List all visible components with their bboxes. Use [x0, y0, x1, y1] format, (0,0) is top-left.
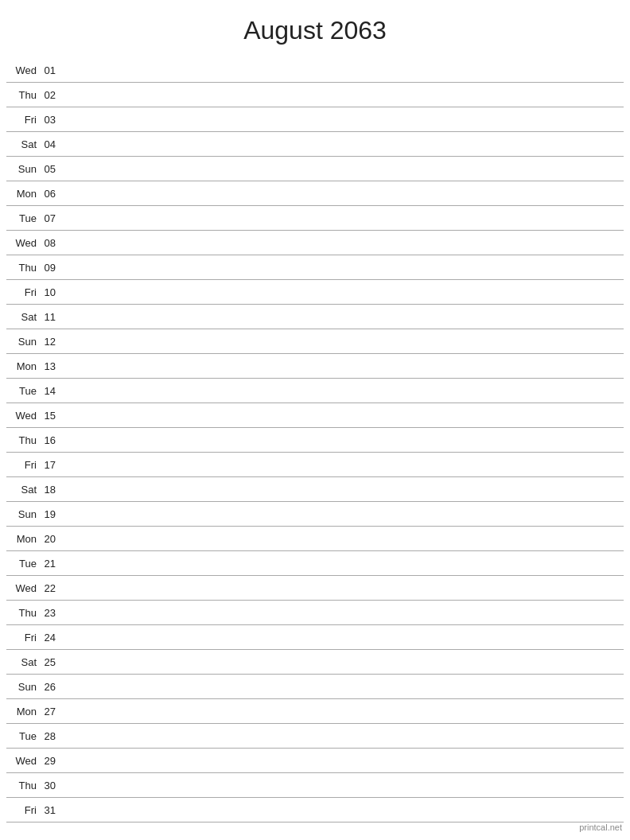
day-line — [62, 736, 624, 737]
day-line — [62, 514, 624, 515]
day-line — [62, 218, 624, 219]
day-line — [62, 489, 624, 490]
day-row: Mon13 — [6, 354, 624, 379]
day-row: Tue14 — [6, 379, 624, 403]
day-line — [62, 292, 624, 293]
day-row: Sat11 — [6, 305, 624, 329]
day-line — [62, 711, 624, 712]
day-name: Mon — [6, 533, 40, 545]
day-number: 25 — [40, 656, 62, 668]
day-name: Thu — [6, 89, 40, 101]
day-number: 02 — [40, 89, 62, 101]
day-number: 17 — [40, 459, 62, 471]
day-row: Thu09 — [6, 255, 624, 280]
day-name: Fri — [6, 114, 40, 126]
day-number: 03 — [40, 114, 62, 126]
calendar-list: Wed01Thu02Fri03Sat04Sun05Mon06Tue07Wed08… — [0, 58, 630, 822]
day-name: Thu — [6, 434, 40, 446]
day-row: Thu02 — [6, 83, 624, 107]
day-line — [62, 588, 624, 589]
day-row: Sun26 — [6, 675, 624, 699]
day-number: 11 — [40, 311, 62, 323]
day-name: Fri — [6, 632, 40, 644]
day-row: Mon06 — [6, 181, 624, 206]
day-number: 13 — [40, 360, 62, 372]
day-row: Sat04 — [6, 132, 624, 157]
day-line — [62, 637, 624, 638]
day-name: Wed — [6, 64, 40, 76]
day-line — [62, 391, 624, 391]
day-number: 28 — [40, 730, 62, 742]
day-row: Wed01 — [6, 58, 624, 83]
day-name: Mon — [6, 188, 40, 200]
day-row: Sun05 — [6, 157, 624, 181]
day-line — [62, 810, 624, 811]
day-line — [62, 169, 624, 169]
day-row: Tue07 — [6, 206, 624, 231]
day-number: 20 — [40, 533, 62, 545]
day-number: 08 — [40, 237, 62, 249]
day-line — [62, 119, 624, 120]
day-number: 01 — [40, 64, 62, 76]
day-row: Tue21 — [6, 551, 624, 576]
day-name: Wed — [6, 237, 40, 249]
day-line — [62, 563, 624, 564]
day-row: Sat25 — [6, 650, 624, 675]
day-name: Tue — [6, 385, 40, 397]
day-name: Fri — [6, 804, 40, 816]
day-row: Fri03 — [6, 107, 624, 132]
day-number: 19 — [40, 508, 62, 520]
day-row: Wed15 — [6, 403, 624, 428]
day-name: Sun — [6, 508, 40, 520]
day-number: 05 — [40, 163, 62, 175]
day-name: Mon — [6, 706, 40, 718]
day-name: Sat — [6, 656, 40, 668]
day-number: 24 — [40, 632, 62, 644]
day-number: 27 — [40, 706, 62, 718]
day-row: Fri10 — [6, 280, 624, 305]
day-name: Sat — [6, 138, 40, 150]
day-name: Wed — [6, 582, 40, 594]
day-number: 12 — [40, 336, 62, 348]
day-line — [62, 144, 624, 145]
day-name: Fri — [6, 459, 40, 471]
day-name: Thu — [6, 262, 40, 274]
day-name: Tue — [6, 212, 40, 224]
day-line — [62, 95, 624, 95]
day-line — [62, 341, 624, 342]
day-row: Thu16 — [6, 428, 624, 453]
day-number: 23 — [40, 607, 62, 619]
day-line — [62, 70, 624, 71]
day-row: Fri24 — [6, 625, 624, 650]
day-line — [62, 662, 624, 663]
day-line — [62, 243, 624, 243]
day-row: Thu23 — [6, 601, 624, 625]
day-row: Sun12 — [6, 329, 624, 354]
day-line — [62, 267, 624, 268]
day-number: 10 — [40, 286, 62, 298]
day-line — [62, 612, 624, 613]
day-line — [62, 193, 624, 194]
day-line — [62, 415, 624, 416]
day-row: Thu30 — [6, 773, 624, 798]
day-line — [62, 317, 624, 317]
day-name: Sun — [6, 336, 40, 348]
day-number: 16 — [40, 434, 62, 446]
day-row: Wed29 — [6, 749, 624, 773]
day-number: 21 — [40, 558, 62, 570]
day-line — [62, 539, 624, 539]
watermark: printcal.net — [579, 822, 622, 832]
day-row: Fri17 — [6, 453, 624, 477]
day-name: Tue — [6, 730, 40, 742]
day-name: Fri — [6, 286, 40, 298]
day-number: 09 — [40, 262, 62, 274]
day-row: Mon27 — [6, 699, 624, 724]
day-name: Thu — [6, 780, 40, 791]
day-number: 06 — [40, 188, 62, 200]
day-row: Wed22 — [6, 576, 624, 601]
day-line — [62, 366, 624, 367]
day-number: 04 — [40, 138, 62, 150]
day-line — [62, 465, 624, 465]
day-number: 14 — [40, 385, 62, 397]
day-number: 26 — [40, 681, 62, 693]
